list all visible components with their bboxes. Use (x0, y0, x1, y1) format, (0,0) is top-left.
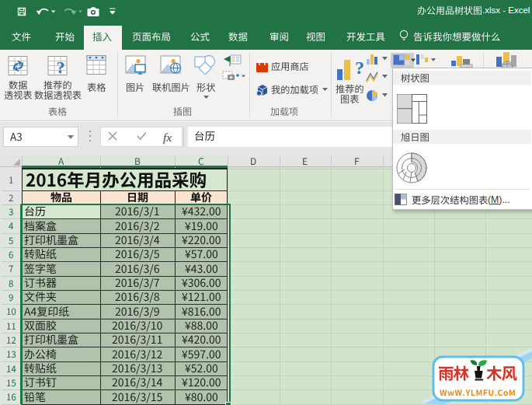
svg-text:fx: fx (163, 131, 172, 144)
svg-text:?: ? (57, 58, 65, 77)
svg-text:?: ? (355, 58, 364, 78)
